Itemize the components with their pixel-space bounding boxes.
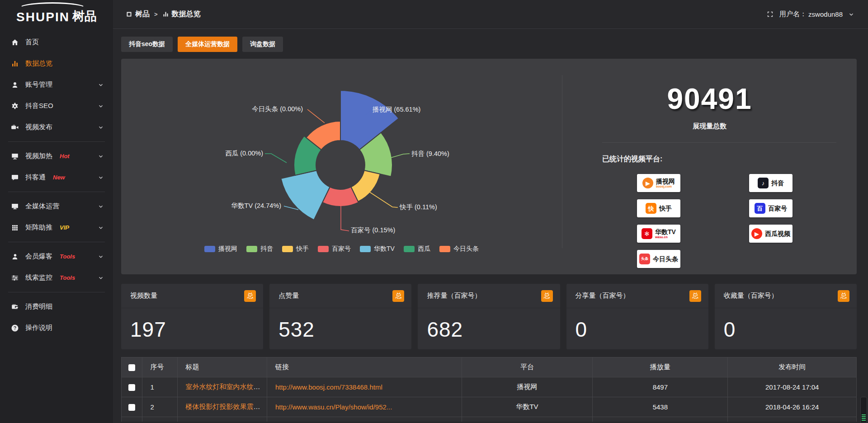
chevron-down-icon: [98, 103, 104, 109]
sidebar-item-consumption-detail[interactable]: 消费明细: [0, 296, 113, 317]
total-badge[interactable]: 总: [689, 290, 701, 302]
total-badge[interactable]: 总: [244, 290, 256, 302]
legend-label: 华数TV: [374, 245, 395, 253]
sidebar-item-video-publish[interactable]: 视频发布: [0, 117, 113, 138]
platform-badge-kuaishou: 快快手: [637, 199, 680, 217]
column-header: 标题: [177, 357, 267, 377]
breadcrumb: 树品>数据总览: [126, 9, 201, 19]
platform-rose-chart: 播视网 (65.61%)抖音 (9.40%)快手 (0.11%)百家号 (0.1…: [121, 59, 562, 274]
stat-card-like-count: 点赞量总532: [269, 284, 411, 349]
app-logo: SHUPIN 树品: [0, 0, 113, 28]
summary-divider: [602, 142, 836, 143]
tab-douyin-seo-data[interactable]: 抖音seo数据: [121, 37, 173, 52]
legend-item-kuaishou[interactable]: 快手: [282, 245, 309, 253]
sidebar-item-media-operation[interactable]: 全媒体运营: [0, 196, 113, 217]
pie-label-line-toutiao: [307, 109, 325, 123]
sidebar-item-account-manage[interactable]: 账号管理: [0, 74, 113, 95]
total-badge[interactable]: 总: [838, 290, 849, 302]
fullscreen-icon[interactable]: [766, 10, 774, 18]
sidebar-item-label: 全媒体运营: [25, 202, 59, 211]
top-bar: 树品>数据总览 用户名： zswodun88: [113, 0, 868, 29]
tab-inquiry-data[interactable]: 询盘数据: [242, 37, 283, 52]
legend-item-xigua[interactable]: 西瓜: [404, 245, 430, 253]
sidebar-item-home[interactable]: 首页: [0, 32, 113, 53]
display-icon: [11, 202, 19, 211]
video-title-link[interactable]: 室外水纹灯和室内水纹灯的区别和简介: [186, 383, 267, 390]
legend-label: 抖音: [260, 245, 273, 253]
tab-media-operation-data[interactable]: 全媒体运营数据: [178, 37, 237, 52]
chevron-down-icon: [98, 254, 104, 260]
sidebar-item-label: 抖客通: [25, 173, 46, 182]
platform-badges: ▶播视网boosj.com快快手✻华数TVwasu.cn头条今日头条 ♪抖音百百…: [562, 174, 857, 268]
table-row-partial: [122, 417, 857, 422]
table-row: 2楼体投影灯投影效果震撼上市http://www.wasu.cn/Play/sh…: [122, 397, 857, 417]
chart-legend: 播视网抖音快手百家号华数TV西瓜今日头条: [121, 245, 562, 253]
chevron-down-icon: [98, 124, 104, 131]
row-checkbox[interactable]: [128, 384, 135, 391]
stat-card-title: 分享量（百家号）: [576, 291, 630, 300]
legend-swatch: [282, 246, 293, 252]
row-checkbox[interactable]: [128, 404, 135, 411]
breadcrumb-item-data-overview[interactable]: 数据总览: [162, 9, 201, 19]
stat-card-header: 推荐量（百家号）总: [418, 284, 560, 308]
video-table: 序号标题链接平台播放量发布时间1室外水纹灯和室内水纹灯的区别和简介http://…: [121, 357, 857, 422]
sidebar-item-label: 线索监控: [25, 273, 52, 282]
table-header-row: 序号标题链接平台播放量发布时间: [122, 357, 857, 377]
legend-item-toutiao[interactable]: 今日头条: [439, 245, 479, 253]
sidebar-item-data-overview[interactable]: 数据总览: [0, 53, 113, 74]
stat-card-body: 682: [418, 308, 560, 342]
legend-swatch: [204, 246, 215, 252]
username[interactable]: zswodun88: [808, 10, 843, 18]
legend-swatch: [246, 246, 257, 252]
pie-label-toutiao: 今日头条 (0.00%): [252, 105, 303, 113]
sidebar-item-clue-monitor[interactable]: 线索监控Tools: [0, 267, 113, 288]
chevron-down-icon: [98, 275, 104, 281]
video-url-link[interactable]: http://www.boosj.com/7338468.html: [275, 383, 382, 391]
stat-card-header: 分享量（百家号）总: [566, 284, 708, 308]
sidebar-item-member-baoke[interactable]: 会员爆客Tools: [0, 246, 113, 267]
sidebar-item-label: 视频加热: [25, 152, 52, 160]
legend-swatch: [439, 246, 450, 252]
pie-slice-boshiwang[interactable]: [340, 90, 399, 150]
sidebar-item-help[interactable]: 操作说明: [0, 317, 113, 338]
platforms-title: 已统计的视频平台:: [602, 155, 857, 164]
stat-card-value: 0: [724, 318, 736, 341]
sidebar-item-tag: New: [53, 174, 65, 181]
video-table-panel: 序号标题链接平台播放量发布时间1室外水纹灯和室内水纹灯的区别和简介http://…: [121, 357, 857, 422]
user-menu-chevron-icon[interactable]: [848, 11, 854, 18]
legend-item-baijiahao[interactable]: 百家号: [318, 245, 351, 253]
platform-badge-baijiahao: 百百家号: [749, 199, 793, 217]
pie-label-boshiwang: 播视网 (65.61%): [372, 106, 420, 113]
cell-plays: 5438: [593, 397, 728, 417]
column-header: 发布时间: [728, 357, 857, 377]
sidebar-item-video-heat[interactable]: 视频加热Hot: [0, 146, 113, 167]
legend-item-douyin[interactable]: 抖音: [246, 245, 273, 253]
stat-card-value: 682: [427, 318, 463, 341]
sidebar-item-label: 视频发布: [25, 123, 52, 132]
scroll-indicator[interactable]: [860, 397, 867, 423]
sidebar-item-matrix-boost[interactable]: 矩阵助推VIP: [0, 217, 113, 238]
pie-slice-huashutv[interactable]: [281, 170, 330, 220]
platform-badge-toutiao: 头条今日头条: [637, 250, 680, 268]
legend-item-boshiwang[interactable]: 播视网: [204, 245, 237, 253]
stat-card-value: 0: [576, 318, 588, 341]
cell-plays: 8497: [593, 377, 728, 397]
sidebar-divider: [8, 292, 105, 292]
video-title-link[interactable]: 楼体投影灯投影效果震撼上市: [186, 403, 267, 410]
video-url-link[interactable]: http://www.wasu.cn/Play/show/id/952...: [275, 403, 392, 411]
stat-card-header: 视频数量总: [121, 284, 263, 308]
grid-icon: [11, 224, 19, 232]
select-all-checkbox[interactable]: [128, 364, 135, 371]
stat-card-title: 收藏量（百家号）: [724, 291, 778, 300]
legend-item-huashutv[interactable]: 华数TV: [360, 245, 395, 253]
pie-label-douyin: 抖音 (9.40%): [411, 150, 449, 157]
total-badge[interactable]: 总: [541, 290, 553, 302]
total-badge[interactable]: 总: [392, 290, 404, 302]
cell-platform: 华数TV: [462, 397, 592, 417]
platform-sub: boosj.com: [656, 185, 675, 188]
sidebar-item-douyin-seo[interactable]: 抖音SEO: [0, 95, 113, 117]
breadcrumb-item-shupin[interactable]: 树品: [126, 9, 150, 19]
content-area: 抖音seo数据全媒体运营数据询盘数据 播视网 (65.61%)抖音 (9.40%…: [113, 37, 868, 422]
stat-card-body: 0: [566, 308, 708, 342]
sidebar-item-douketong[interactable]: 抖客通New: [0, 167, 113, 188]
